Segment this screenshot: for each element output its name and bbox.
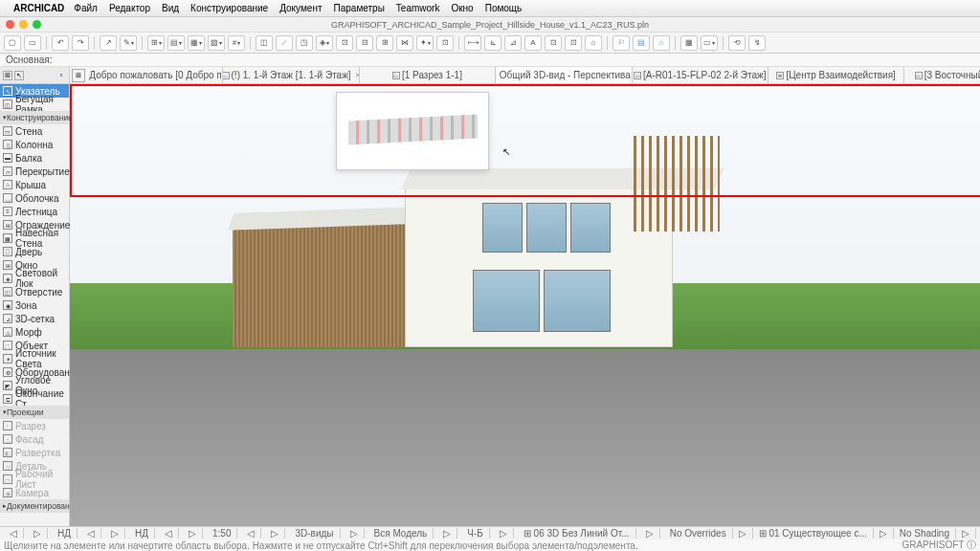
tab-organizer-icon[interactable]: ⊞ <box>72 69 85 82</box>
tool-3d[interactable]: ⌂ <box>585 35 602 51</box>
tool-edit[interactable]: ✦ <box>416 35 434 51</box>
nav-next3[interactable]: ▷ <box>183 528 203 539</box>
tab-bim[interactable]: ⊞[Центр Взаимодействия] <box>768 67 904 83</box>
tool-morph[interactable]: ◬Морф <box>0 325 69 339</box>
traffic-lights[interactable] <box>0 20 41 29</box>
tool-measure[interactable]: ◳ <box>296 35 313 51</box>
tool-attr2[interactable]: ▤ <box>167 35 185 51</box>
status-pens[interactable]: Ч-Б <box>461 528 490 539</box>
menu-window[interactable]: Окно <box>451 3 473 13</box>
chevron-icon[interactable]: ▷ <box>733 528 753 539</box>
tool-attr1[interactable]: ⊞ <box>147 35 165 51</box>
tool-split[interactable]: ⊟ <box>356 35 373 51</box>
tool-layers[interactable]: ▤ <box>633 35 650 51</box>
app-menu[interactable]: ARCHICAD <box>13 3 64 13</box>
menu-document[interactable]: Документ <box>279 3 322 13</box>
tool-print[interactable]: ▭ <box>701 35 718 51</box>
tool-column[interactable]: ▯Колонна <box>0 138 69 151</box>
tool-curtainwall[interactable]: ▦Навесная Стена <box>0 231 69 245</box>
chevron-icon[interactable]: ▷ <box>640 528 660 539</box>
close-icon[interactable] <box>6 20 14 29</box>
status-overrides[interactable]: No Overrides <box>664 528 733 539</box>
tool-dim1[interactable]: ⟼ <box>464 35 481 51</box>
tool-skylight[interactable]: ◈Световой Люк <box>0 272 69 285</box>
section-projections[interactable]: Проекции <box>0 406 69 419</box>
tab-elevation[interactable]: ▭[3 Восточный Фасад]⊞ <box>904 67 980 83</box>
chevron-icon[interactable]: ▷ <box>345 528 365 539</box>
nav-prev4[interactable]: ◁ <box>241 528 261 539</box>
tool-share[interactable]: ↯ <box>748 35 766 51</box>
nav-next[interactable]: ▷ <box>28 528 48 539</box>
tool-beam[interactable]: ▬Балка <box>0 151 69 165</box>
tool-door[interactable]: ⎕Дверь <box>0 245 69 258</box>
tool-camera[interactable]: ◉Камера <box>0 486 69 499</box>
menu-help[interactable]: Помощь <box>485 3 523 13</box>
tool-favorites[interactable]: ✎ <box>120 35 137 51</box>
tool-snap[interactable]: ◈ <box>316 35 333 51</box>
tool-grid[interactable]: # <box>228 35 245 51</box>
status-nd1[interactable]: НД <box>52 528 78 539</box>
viewport[interactable]: ⊞ ▭(!) Добро пожаловать [0 Добро пож... … <box>70 67 980 526</box>
tab-layout[interactable]: ▭[A-R01-15-FLP-02 2-й Этаж] <box>633 67 768 83</box>
tool-pick[interactable]: ↗ <box>100 35 117 51</box>
toolbox-header[interactable]: ⊞ ↖ › <box>0 67 69 84</box>
tool-rotate[interactable]: ⊞ <box>376 35 393 51</box>
tool-wallend[interactable]: ⊏Окончание Ст... <box>0 392 69 406</box>
tool-roof[interactable]: ⌂Крыша <box>0 178 69 191</box>
section-construction[interactable]: Конструирование <box>0 111 69 124</box>
header-icon[interactable]: ⊞ <box>3 71 12 80</box>
section-documentation[interactable]: Документирование <box>0 499 69 513</box>
tool-slab[interactable]: ▱Перекрытие <box>0 165 69 178</box>
menu-edit[interactable]: Редактор <box>109 3 150 13</box>
status-model[interactable]: Вся Модель <box>368 528 434 539</box>
chevron-icon[interactable]: ▷ <box>494 528 514 539</box>
arrow-icon[interactable]: ↖ <box>14 71 24 80</box>
tool-flag[interactable]: ⚐ <box>612 35 630 51</box>
tool-dim2[interactable]: ⊾ <box>484 35 501 51</box>
tool-undo[interactable]: ↶ <box>52 35 69 51</box>
tool-attr3[interactable]: ▦ <box>188 35 205 51</box>
tool-elevation[interactable]: △Фасад <box>0 432 69 446</box>
maximize-icon[interactable] <box>33 20 41 29</box>
tab-section[interactable]: ▭[1 Разрез 1-1] <box>360 67 496 83</box>
tool-attr4[interactable]: ▧ <box>208 35 225 51</box>
nav-next2[interactable]: ▷ <box>105 528 125 539</box>
tool-trace[interactable]: ◫ <box>256 35 273 51</box>
tool-offset[interactable]: ⊡ <box>436 35 454 51</box>
tool-lamp[interactable]: ☀Источник Света <box>0 352 69 365</box>
chevron-icon[interactable]: ▷ <box>437 528 457 539</box>
tab-floor1[interactable]: ▭(!) 1. 1-й Этаж [1. 1-й Этаж]✕ <box>223 67 359 83</box>
tool-redo[interactable]: ↷ <box>72 35 89 51</box>
tool-fit[interactable]: ⊡ <box>565 35 582 51</box>
tool-mirror[interactable]: ⋈ <box>396 35 413 51</box>
tool-shell[interactable]: ◡Оболочка <box>0 191 69 205</box>
status-renovation[interactable]: ⊞ 01 Существующее с... <box>753 528 874 539</box>
chevron-icon[interactable]: › <box>56 71 66 80</box>
menu-teamwork[interactable]: Teamwork <box>396 3 440 13</box>
status-display[interactable]: ⊞ 06 3D Без Линий От... <box>518 528 636 539</box>
menu-options[interactable]: Параметры <box>334 3 385 13</box>
tool-worksheet[interactable]: ▭Рабочий Лист <box>0 473 69 486</box>
nav-prev2[interactable]: ◁ <box>81 528 101 539</box>
menu-design[interactable]: Конструирование <box>190 3 268 13</box>
tool-view3d[interactable]: ⌂ <box>653 35 670 51</box>
tool-marquee[interactable]: ◫Бегущая Рамка <box>0 98 69 111</box>
tool-new[interactable]: ▢ <box>4 35 21 51</box>
tool-interior[interactable]: ◧Развертка <box>0 446 69 459</box>
minimize-icon[interactable] <box>19 20 28 29</box>
tool-wall[interactable]: ▭Стена <box>0 124 69 138</box>
tool-mesh[interactable]: ⊿3D-сетка <box>0 312 69 325</box>
tool-zoom[interactable]: ⊡ <box>545 35 562 51</box>
nav-prev3[interactable]: ◁ <box>159 528 179 539</box>
tool-section[interactable]: ⟊Разрез <box>0 419 69 432</box>
status-scale[interactable]: 1:50 <box>207 528 237 539</box>
chevron-icon[interactable]: ▷ <box>956 528 976 539</box>
menu-view[interactable]: Вид <box>162 3 179 13</box>
menu-file[interactable]: Файл <box>74 3 98 13</box>
status-nd2[interactable]: НД <box>129 528 155 539</box>
3d-canvas[interactable] <box>70 84 980 526</box>
status-shading[interactable]: No Shading <box>894 528 956 539</box>
tool-stair[interactable]: ≡Лестница <box>0 205 69 218</box>
tab-3dview[interactable]: ▭(!) Общий 3D-вид - Перспектива [3... <box>496 67 632 83</box>
tool-opening[interactable]: ◫Отверстие <box>0 285 69 298</box>
